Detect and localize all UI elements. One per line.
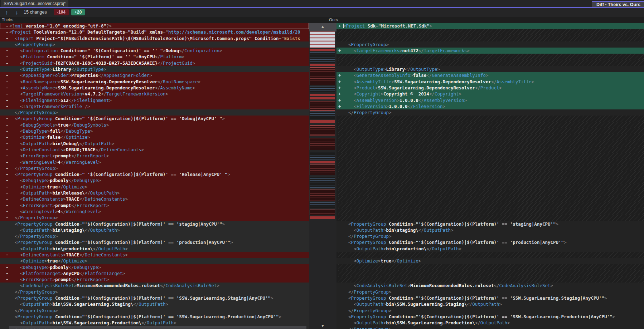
code-line[interactable]: <OutputPath>bin\SSW.SugarLearning.Stagin… bbox=[0, 301, 309, 307]
code-line[interactable]: <PropertyGroup Condition="'$(Configurati… bbox=[0, 221, 309, 227]
code-line[interactable]: +<Project Sdk="Microsoft.NET.Sdk"> bbox=[336, 23, 644, 29]
code-line[interactable]: </PropertyGroup> bbox=[336, 308, 644, 314]
code-line[interactable]: - <Platform Condition=" '$(Platform)' ==… bbox=[0, 54, 309, 60]
filler-line[interactable] bbox=[336, 122, 644, 128]
filler-line[interactable] bbox=[336, 196, 644, 202]
filler-line[interactable] bbox=[336, 270, 644, 276]
code-line[interactable]: <PropertyGroup Condition="'$(Configurati… bbox=[0, 239, 309, 245]
code-line[interactable]: - <DebugType>full</DebugType> bbox=[0, 128, 309, 134]
code-line[interactable]: - <OutputPath>bin\Debug\</OutputPath> bbox=[0, 141, 309, 147]
filler-line[interactable] bbox=[336, 171, 644, 177]
code-line[interactable]: - <PropertyGroup Condition=" '$(Configur… bbox=[0, 171, 309, 177]
code-line[interactable]: - <FileAlignment>512</FileAlignment> bbox=[0, 97, 309, 103]
code-line[interactable]: - <Optimize>true</Optimize> bbox=[0, 184, 309, 190]
code-line[interactable]: - <DebugSymbols>true</DebugSymbols> bbox=[0, 122, 309, 128]
previous-change-icon[interactable]: ↑ bbox=[3, 8, 11, 17]
code-line[interactable]: </PropertyGroup> bbox=[336, 326, 644, 329]
filler-line[interactable] bbox=[336, 208, 644, 215]
code-line[interactable]: - <ProjectGuid>{82FC9AC0-168C-4019-BA27-… bbox=[0, 60, 309, 66]
code-line[interactable]: - <AppDesignerFolder>Properties</AppDesi… bbox=[0, 72, 309, 78]
code-line[interactable]: - <RootNamespace>SSW.SugarLearning.Depen… bbox=[0, 79, 309, 85]
code-line[interactable]: - <DefineConstants>TRACE</DefineConstant… bbox=[0, 196, 309, 202]
code-line[interactable]: - <DebugType>pdbonly</DebugType> bbox=[0, 264, 309, 270]
theirs-editor[interactable]: -<?xml version="1.0" encoding="utf-8"?>-… bbox=[0, 23, 309, 329]
code-line[interactable]: + <GenerateAssemblyInfo>false</GenerateA… bbox=[336, 72, 644, 78]
code-line[interactable]: + <FileVersion>1.0.0.0</FileVersion> bbox=[336, 103, 644, 109]
filler-line[interactable] bbox=[336, 190, 644, 196]
code-line[interactable]: - <WarningLevel>4</WarningLevel> bbox=[0, 159, 309, 165]
code-line[interactable]: <OutputPath>bin\SSW.SugarLearning.Produc… bbox=[0, 320, 309, 326]
code-line[interactable]: - <ErrorReport>prompt</ErrorReport> bbox=[0, 153, 309, 159]
horizontal-scrollbar[interactable] bbox=[9, 326, 306, 329]
code-line[interactable]: <OutputType>Library</OutputType> bbox=[0, 66, 309, 72]
code-line[interactable]: - <Import Project="$(MSBuildExtensionsPa… bbox=[0, 35, 309, 41]
filler-line[interactable] bbox=[336, 35, 644, 41]
code-line[interactable]: + <AssemblyTitle>SSW.SugarLearning.Depen… bbox=[336, 79, 644, 85]
code-line[interactable]: </PropertyGroup> bbox=[0, 289, 309, 295]
code-line[interactable]: <Optimize>true</Optimize> bbox=[336, 258, 644, 264]
filler-line[interactable] bbox=[336, 147, 644, 153]
map-scrollbar[interactable]: ▲ ▼ bbox=[309, 23, 336, 329]
filler-line[interactable] bbox=[336, 165, 644, 171]
code-line[interactable]: - </PropertyGroup> bbox=[0, 215, 309, 221]
code-line[interactable]: <OutputPath>bin\production\</OutputPath> bbox=[0, 246, 309, 252]
code-line[interactable]: + <AssemblyVersion>1.0.0.0</AssemblyVers… bbox=[336, 97, 644, 103]
code-line[interactable]: </PropertyGroup> bbox=[0, 308, 309, 314]
ours-editor[interactable]: +<Project Sdk="Microsoft.NET.Sdk"> <Prop… bbox=[336, 23, 644, 329]
code-line[interactable]: <OutputPath>bin\SSW.SugarLearning.Produc… bbox=[336, 320, 644, 326]
code-line[interactable]: - <DefineConstants>DEBUG;TRACE</DefineCo… bbox=[0, 147, 309, 153]
filler-line[interactable] bbox=[336, 153, 644, 159]
code-line[interactable]: + <Product>SSW.SugarLearning.DependencyR… bbox=[336, 85, 644, 91]
scroll-up-icon[interactable]: ▲ bbox=[309, 24, 336, 29]
code-line[interactable]: - <PlatformTarget>AnyCPU</PlatformTarget… bbox=[0, 270, 309, 276]
code-line[interactable]: <PropertyGroup> bbox=[0, 41, 309, 48]
next-change-icon[interactable]: ↓ bbox=[13, 8, 21, 17]
filler-line[interactable] bbox=[336, 177, 644, 183]
code-line[interactable]: </PropertyGroup> bbox=[336, 233, 644, 239]
filler-line[interactable] bbox=[336, 159, 644, 165]
filler-line[interactable] bbox=[336, 60, 644, 66]
code-line[interactable]: <PropertyGroup Condition="'$(Configurati… bbox=[0, 314, 309, 320]
code-line[interactable]: <Optimize>true</Optimize> bbox=[0, 258, 309, 264]
code-line[interactable]: <OutputPath>bin\staging\</OutputPath> bbox=[336, 227, 644, 233]
code-line[interactable]: <OutputType>Library</OutputType> bbox=[336, 66, 644, 72]
code-line[interactable]: - <WarningLevel>4</WarningLevel> bbox=[0, 208, 309, 215]
code-line[interactable]: </PropertyGroup> bbox=[0, 109, 309, 116]
code-line[interactable]: <PropertyGroup Condition="'$(Configurati… bbox=[0, 295, 309, 301]
code-line[interactable]: - </PropertyGroup> bbox=[0, 165, 309, 171]
code-line[interactable]: <OutputPath>bin\SSW.SugarLearning.Stagin… bbox=[336, 301, 644, 307]
code-line[interactable]: </PropertyGroup> bbox=[336, 289, 644, 295]
scroll-down-icon[interactable]: ▼ bbox=[309, 324, 336, 328]
code-line[interactable]: <PropertyGroup> bbox=[336, 41, 644, 48]
code-line[interactable]: + <TargetFrameworks>net472</TargetFramew… bbox=[336, 48, 644, 54]
code-line[interactable]: <CodeAnalysisRuleSet>MinimumRecommendedR… bbox=[336, 283, 644, 289]
code-line[interactable]: </PropertyGroup> bbox=[336, 109, 644, 116]
code-line[interactable]: - <OutputPath>bin\Release\</OutputPath> bbox=[0, 190, 309, 196]
filler-line[interactable] bbox=[336, 252, 644, 258]
code-line[interactable]: <OutputPath>bin\production\</OutputPath> bbox=[336, 246, 644, 252]
filler-line[interactable] bbox=[336, 215, 644, 221]
filler-line[interactable] bbox=[336, 54, 644, 60]
filler-line[interactable] bbox=[336, 116, 644, 122]
code-line[interactable]: <PropertyGroup Condition="'$(Configurati… bbox=[336, 221, 644, 227]
code-line[interactable]: <OutputPath>bin\staging\</OutputPath> bbox=[0, 227, 309, 233]
filler-line[interactable] bbox=[336, 276, 644, 283]
code-line[interactable]: - <ErrorReport>prompt</ErrorReport> bbox=[0, 202, 309, 208]
filler-line[interactable] bbox=[336, 29, 644, 35]
filler-line[interactable] bbox=[336, 141, 644, 147]
filler-line[interactable] bbox=[336, 202, 644, 208]
filler-line[interactable] bbox=[336, 264, 644, 270]
code-line[interactable]: <PropertyGroup Condition="'$(Configurati… bbox=[336, 295, 644, 301]
code-line[interactable]: - <ErrorReport>prompt</ErrorReport> bbox=[0, 276, 309, 283]
code-line[interactable]: <CodeAnalysisRuleSet>MinimumRecommendedR… bbox=[0, 283, 309, 289]
code-line[interactable]: - <AssemblyName>SSW.SugarLearning.Depend… bbox=[0, 85, 309, 91]
code-line[interactable]: - <TargetFrameworkVersion>v4.7.2</Target… bbox=[0, 91, 309, 97]
code-line[interactable]: <PropertyGroup Condition="'$(Configurati… bbox=[336, 239, 644, 245]
code-line[interactable]: <PropertyGroup Condition="'$(Configurati… bbox=[336, 314, 644, 320]
code-line[interactable]: - <PropertyGroup Condition=" '$(Configur… bbox=[0, 116, 309, 122]
code-line[interactable]: - <DebugType>pdbonly</DebugType> bbox=[0, 177, 309, 183]
code-line[interactable]: + <Copyright>Copyright © 2014</Copyright… bbox=[336, 91, 644, 97]
file-tab[interactable]: SSW.SugarLear...esolver.csproj* bbox=[1, 0, 68, 7]
filler-line[interactable] bbox=[336, 128, 644, 134]
code-line[interactable]: - <Optimize>false</Optimize> bbox=[0, 134, 309, 140]
